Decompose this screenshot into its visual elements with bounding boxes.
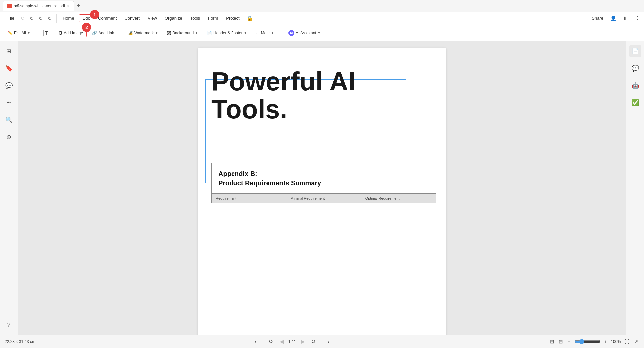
header-footer-label: Header & Footer [213,31,243,35]
redo2-button[interactable]: ↻ [37,14,45,23]
edit-section: ✏️ Edit All ▼ T [4,28,53,38]
fit-button-2[interactable]: ⊟ [558,338,564,346]
edit-pen-icon: ✏️ [8,31,13,35]
add-image-label: Add Image [64,31,83,35]
dimensions-label: 22.23 × 31.43 cm [5,339,35,344]
edit-all-dropdown-arrow: ▼ [27,31,30,35]
add-link-button[interactable]: 🔗 Add Link [89,29,118,37]
badge-1: 1 [90,10,99,19]
pdf-page: Powerful AI Tools. Appendix B: Product R… [198,48,446,335]
zoom-in-button[interactable]: + [603,338,608,345]
left-sidebar: ⊞ 🔖 💬 ✒ 🔍 ⊕ ? [0,41,18,335]
watermark-label: Watermark [134,31,154,35]
menu-convert[interactable]: Convert [121,15,143,22]
top-right-actions: Share 👤 ⬆ ⛶ [589,14,640,23]
toolbar: ✏️ Edit All ▼ T 🖼 Add Image 2 🔗 Add Link… [0,25,644,41]
history-buttons: ↺ ↻ ↻ ↻ [19,14,54,23]
separator-4 [281,28,281,38]
menu-home[interactable]: Home [59,15,78,22]
menu-tools[interactable]: Tools [187,15,203,22]
main-area: Powerful AI Tools. Appendix B: Product R… [18,41,626,335]
forward-button[interactable]: ↻ [309,337,317,346]
rewind-button[interactable]: ↺ [267,337,275,346]
page-info: 1 / 1 [288,339,296,344]
last-page-button[interactable]: ⟶ [320,337,332,346]
zoom-percentage: 100% [611,339,621,344]
table-col-optimal: Optimal Requirement [361,194,436,203]
badge-2: 2 [82,23,91,32]
sidebar-bookmarks-icon[interactable]: 🔖 [3,62,15,74]
edit-all-button[interactable]: ✏️ Edit All ▼ [4,29,34,37]
add-image-button[interactable]: 🖼 Add Image [55,29,87,37]
menu-file[interactable]: File [4,15,18,22]
pdf-headline[interactable]: Powerful AI Tools. [211,61,433,126]
pdf-tab[interactable]: pdf-sample-wi...le-vertical.pdf × [3,1,74,11]
more-label: More [261,31,270,35]
add-image-wrapper: 🖼 Add Image 2 [55,29,87,37]
sidebar-help-icon[interactable]: ? [3,319,15,331]
right-sidebar-chat-icon[interactable]: 💬 [629,62,641,74]
more-button[interactable]: ··· More ▼ [253,29,278,37]
table-header-row: Requirement Minimal Requirement Optimal … [212,193,436,203]
new-tab-button[interactable]: + [74,2,83,9]
fit-button-1[interactable]: ⊞ [549,338,555,346]
add-link-label: Add Link [98,31,114,35]
protect-icon: 🔒 [244,15,255,21]
ai-assistant-button[interactable]: AI AI Assistant ▼ [285,28,324,38]
fullscreen-icon-button[interactable]: ⛶ [631,14,640,23]
undo-button[interactable]: ↺ [19,14,27,23]
first-page-button[interactable]: ⟵ [253,337,264,346]
page-navigation: ⟵ ↺ ◀ 1 / 1 ▶ ↻ ⟶ [253,337,332,346]
tab-filename: pdf-sample-wi...le-vertical.pdf [14,4,65,8]
menu-protect[interactable]: Protect [223,15,243,22]
right-sidebar-pdf-icon[interactable]: 📄 [629,45,641,57]
right-sidebar-check-icon[interactable]: ✅ [629,97,641,109]
menu-view[interactable]: View [144,15,160,22]
ai-icon: AI [288,30,294,36]
text-icon: T [43,30,50,36]
sidebar-comments-icon[interactable]: 💬 [3,80,15,91]
header-footer-button[interactable]: 📄 Header & Footer ▼ [203,29,251,37]
prev-page-button[interactable]: ◀ [278,337,286,346]
sidebar-pages-icon[interactable]: ⊞ [3,45,15,57]
right-sidebar: 📄 💬 🤖 ✅ [626,41,644,335]
upload-icon-button[interactable]: ⬆ [621,14,629,23]
background-button[interactable]: 🖼 Background ▼ [163,29,201,37]
ai-assistant-dropdown-arrow: ▼ [318,31,321,35]
sidebar-annotate-icon[interactable]: ✒ [3,97,15,109]
separator-3 [121,28,121,38]
text-button[interactable]: T [40,28,53,38]
image-icon: 🖼 [58,31,62,35]
separator-2 [37,28,37,38]
sidebar-search-icon[interactable]: 🔍 [3,114,15,126]
right-sidebar-ai-icon[interactable]: 🤖 [629,80,641,91]
link-icon: 🔗 [92,31,97,35]
menu-bar: File ↺ ↻ ↻ ↻ Home Edit 1 Comment Convert… [0,12,644,25]
redo3-button[interactable]: ↻ [46,14,54,23]
collab-icon-button[interactable]: 👤 [608,14,619,23]
ai-assistant-label: AI Assistant [296,31,316,35]
watermark-dropdown-arrow: ▼ [155,31,158,35]
page-separator: / [292,339,293,344]
page-total: 1 [294,339,296,344]
pdf-icon [7,4,12,8]
redo-button[interactable]: ↻ [28,14,36,23]
edit-all-label: Edit All [14,31,26,35]
tab-close-button[interactable]: × [67,3,70,9]
separator-1 [56,14,57,23]
next-page-button[interactable]: ▶ [299,337,306,346]
fullscreen-button[interactable]: ⛶ [624,338,630,345]
zoom-controls: ⊞ ⊟ − + 100% ⛶ ⤢ [549,338,639,346]
table-col-requirement: Requirement [212,194,286,203]
header-footer-icon: 📄 [207,31,212,35]
zoom-out-button[interactable]: − [567,338,572,345]
menu-organize[interactable]: Organize [161,15,186,22]
more-dropdown-arrow: ▼ [271,31,274,35]
share-button[interactable]: Share [589,15,606,22]
watermark-button[interactable]: 🔏 Watermark ▼ [125,29,161,37]
header-footer-dropdown-arrow: ▼ [244,31,247,35]
sidebar-layers-icon[interactable]: ⊕ [3,131,15,143]
expand-button[interactable]: ⤢ [633,338,639,346]
zoom-slider[interactable] [574,339,601,344]
menu-form[interactable]: Form [205,15,221,22]
